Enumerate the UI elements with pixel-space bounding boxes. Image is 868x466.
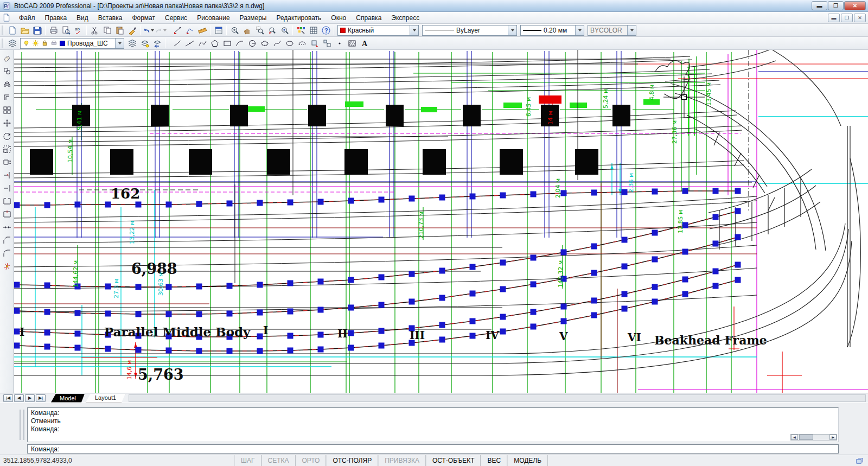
grip-point[interactable] (288, 200, 293, 206)
grip-point[interactable] (735, 262, 741, 268)
array-button[interactable] (1, 104, 14, 117)
grip-point[interactable] (105, 284, 111, 290)
join-button[interactable] (1, 221, 14, 234)
grip-point[interactable] (591, 244, 597, 250)
grip-point[interactable] (14, 202, 20, 208)
properties-button[interactable] (212, 24, 225, 36)
grip-point[interactable] (561, 250, 567, 256)
grip-point[interactable] (652, 230, 658, 236)
grip-point[interactable] (379, 275, 385, 280)
menu-express[interactable]: Экспресс (386, 13, 424, 23)
grip-point[interactable] (14, 329, 20, 335)
grip-point[interactable] (682, 277, 688, 283)
grip-point[interactable] (561, 304, 567, 310)
table-button[interactable] (307, 24, 320, 36)
menu-dimension[interactable]: Размеры (235, 13, 272, 23)
command-history-scrollbar[interactable]: ◀ ▶ (790, 434, 837, 441)
grip-point[interactable] (196, 201, 202, 207)
menu-format[interactable]: Формат (127, 13, 160, 23)
grip-point[interactable] (409, 299, 415, 305)
grip-point[interactable] (531, 324, 537, 330)
grip-point[interactable] (713, 283, 719, 289)
break-button[interactable] (1, 195, 14, 208)
grip-point[interactable] (682, 188, 688, 194)
command-history[interactable]: Команда: Отменить Команда: ◀ ▶ (27, 407, 839, 442)
next-tab-button[interactable]: ▶ (25, 394, 35, 402)
mdi-minimize-button[interactable]: ▬ (828, 14, 840, 22)
grip-point[interactable] (500, 286, 506, 292)
toolbar-grip[interactable] (2, 25, 4, 35)
layer-states-button[interactable] (126, 37, 138, 49)
grip-point[interactable] (713, 214, 719, 220)
grip-point[interactable] (75, 202, 81, 208)
menu-insert[interactable]: Вставка (93, 13, 127, 23)
grip-point[interactable] (622, 291, 628, 297)
mirror-button[interactable] (1, 78, 14, 91)
zoom-realtime-button[interactable] (228, 24, 241, 36)
scroll-right-arrow-icon[interactable]: ▶ (829, 435, 837, 440)
grip-point[interactable] (288, 348, 293, 354)
grip-point[interactable] (75, 345, 81, 351)
grip-point[interactable] (682, 249, 688, 255)
break-at-point-button[interactable] (1, 208, 14, 221)
undo-dropdown-arrow[interactable] (151, 29, 154, 31)
grip-point[interactable] (44, 202, 50, 208)
match-properties-button[interactable] (126, 24, 138, 36)
grip-point[interactable] (622, 264, 628, 270)
grip-point[interactable] (500, 260, 506, 266)
grip-point[interactable] (439, 195, 445, 201)
zoom-previous-button[interactable] (266, 24, 278, 36)
toggle-osnap[interactable]: ПРИВЯЗКА (378, 455, 426, 466)
layer-combo-arrow[interactable] (115, 39, 124, 48)
lineweight-combo-arrow[interactable] (575, 25, 584, 35)
grip-point[interactable] (379, 343, 385, 349)
grip-point[interactable] (470, 291, 476, 297)
last-tab-button[interactable]: ▶| (36, 394, 46, 402)
grip-point[interactable] (44, 309, 50, 315)
grip-point[interactable] (439, 295, 445, 301)
copy-object-button[interactable] (1, 65, 14, 78)
undo-button[interactable] (142, 24, 155, 36)
grip-point[interactable] (136, 347, 142, 353)
point-button[interactable] (333, 37, 346, 49)
grip-point[interactable] (652, 299, 658, 305)
zoom-window-button[interactable] (253, 24, 266, 36)
menu-view[interactable]: Вид (72, 13, 93, 23)
grip-point[interactable] (318, 307, 324, 313)
toolbar-grip[interactable] (2, 39, 4, 48)
extend-button[interactable] (1, 182, 14, 195)
scroll-thumb[interactable] (799, 435, 813, 440)
grip-point[interactable] (652, 284, 658, 290)
grip-point[interactable] (318, 332, 324, 338)
scroll-track[interactable] (798, 435, 829, 440)
scale-button[interactable] (1, 143, 14, 156)
grip-point[interactable] (652, 189, 658, 195)
grip-point[interactable] (622, 237, 628, 243)
move-button[interactable] (1, 117, 14, 130)
command-input[interactable]: Команда: (27, 444, 839, 454)
arc-button[interactable] (233, 37, 246, 49)
layer-freeze-icon[interactable] (32, 40, 39, 47)
insert-block-button[interactable] (308, 37, 321, 49)
grip-point[interactable] (257, 334, 263, 340)
grip-point[interactable] (439, 322, 445, 328)
offset-button[interactable] (1, 91, 14, 104)
tab-scroll-track[interactable] (129, 394, 866, 402)
grip-point[interactable] (227, 348, 233, 354)
grip-point[interactable] (622, 306, 628, 312)
lineweight-combo[interactable]: 0.20 мм (520, 25, 584, 36)
grip-point[interactable] (531, 282, 537, 288)
mdi-close-button[interactable]: ✕ (854, 14, 866, 22)
grip-point[interactable] (136, 284, 142, 290)
fillet-button[interactable] (1, 247, 14, 260)
grip-point[interactable] (735, 277, 741, 283)
prev-tab-button[interactable]: ◀ (14, 394, 24, 402)
grip-point[interactable] (531, 309, 537, 315)
grip-point[interactable] (166, 202, 172, 208)
toggle-grid[interactable]: СЕТКА (261, 455, 296, 466)
grip-point[interactable] (75, 310, 81, 316)
grip-point[interactable] (470, 333, 476, 339)
polygon-button[interactable] (208, 37, 221, 49)
grip-point[interactable] (136, 202, 142, 208)
rectangle-button[interactable] (221, 37, 233, 49)
